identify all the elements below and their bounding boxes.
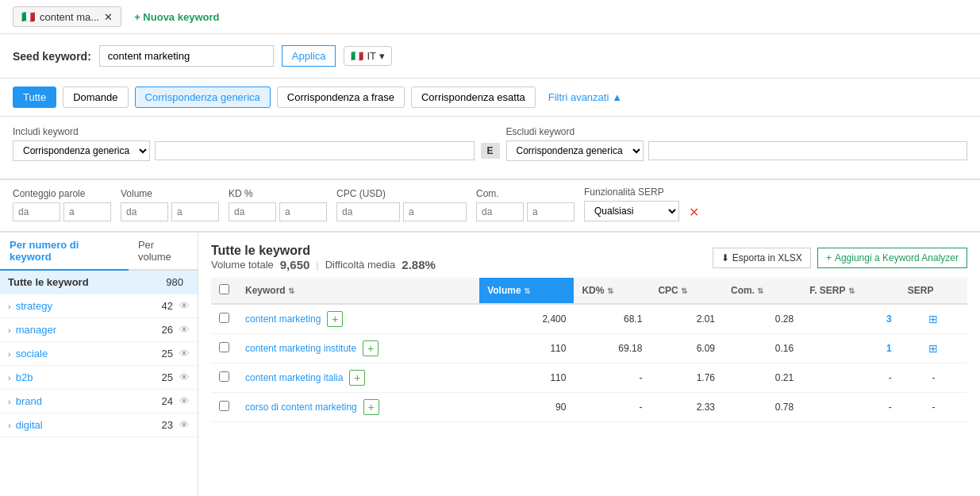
sidebar: Per numero di keyword Per volume Tutte l…: [0, 233, 198, 496]
export-xlsx-button[interactable]: ⬇ Esporta in XLSX: [713, 248, 811, 268]
row-serp: -: [900, 363, 967, 393]
add-to-analyzer-button[interactable]: + Aggiungi a Keyword Analyzer: [817, 248, 967, 268]
table-row: corso di content marketing + 90 - 2.33 0…: [211, 393, 967, 422]
row-kd: 68.1: [574, 304, 650, 334]
col-checkbox: [211, 278, 237, 304]
exclude-group: Escludi keyword Corrispondenza generica: [506, 126, 968, 161]
col-kd[interactable]: KD% ⇅: [574, 278, 650, 304]
add-keyword-button[interactable]: +: [327, 311, 343, 327]
com-from[interactable]: [476, 202, 524, 221]
seed-input[interactable]: [99, 45, 274, 67]
serp-icon[interactable]: ⊞: [928, 313, 938, 325]
chevron-icon: ›: [8, 373, 11, 383]
tab-exact-match[interactable]: Corrispondenza esatta: [411, 87, 536, 108]
row-checkbox-cell: [211, 304, 237, 334]
add-keyword-button[interactable]: +: [349, 370, 365, 386]
eye-icon[interactable]: 👁: [179, 300, 190, 312]
col-keyword[interactable]: Keyword ⇅: [237, 278, 479, 304]
col-cpc[interactable]: CPC ⇅: [650, 278, 723, 304]
cpc-from[interactable]: [336, 202, 400, 221]
volume-from[interactable]: [121, 202, 168, 221]
row-checkbox[interactable]: [219, 313, 229, 323]
eye-icon[interactable]: 👁: [179, 348, 190, 360]
tab-broad-match[interactable]: Corrispondenza generica: [135, 87, 271, 108]
seed-section: Seed keyword: Applica 🇮🇹 IT ▾: [0, 34, 980, 79]
tab-phrase-match[interactable]: Corrispondenza a frase: [277, 87, 405, 108]
sidebar-tab-by-count[interactable]: Per numero di keyword: [0, 233, 129, 271]
close-filters-button[interactable]: ✕: [689, 205, 699, 221]
volume-to[interactable]: [171, 202, 219, 221]
sidebar-digital-label: digital: [16, 419, 162, 431]
chevron-icon: ›: [8, 397, 11, 406]
sidebar-item-b2b[interactable]: › b2b 25 👁: [0, 366, 198, 390]
add-keyword-button[interactable]: +: [363, 340, 379, 356]
com-to[interactable]: [527, 202, 575, 221]
col-com[interactable]: Com. ⇅: [723, 278, 801, 304]
keyword-link[interactable]: corso di content marketing: [245, 402, 357, 413]
keyword-link[interactable]: content marketing italia: [245, 372, 343, 383]
word-count-label: Conteggio parole: [13, 188, 111, 199]
row-checkbox[interactable]: [219, 371, 229, 382]
sidebar-item-manager[interactable]: › manager 26 👁: [0, 318, 198, 342]
row-checkbox-cell: [211, 334, 237, 363]
col-volume[interactable]: Volume ⇅: [479, 278, 574, 304]
tab-all[interactable]: Tutte: [13, 87, 56, 108]
table-row: content marketing institute + 110 69.18 …: [211, 334, 967, 363]
exclude-match-select[interactable]: Corrispondenza generica: [506, 140, 644, 161]
exclude-keyword-input[interactable]: [648, 141, 968, 160]
sidebar-item-brand[interactable]: › brand 24 👁: [0, 390, 198, 413]
kd-from[interactable]: [229, 202, 276, 221]
keyword-link[interactable]: content marketing institute: [245, 343, 356, 354]
row-keyword: content marketing italia +: [237, 363, 479, 393]
main-content: Per numero di keyword Per volume Tutte l…: [0, 233, 980, 496]
word-count-filter: Conteggio parole: [13, 188, 111, 221]
country-code: IT: [367, 50, 376, 62]
include-exclude-row: Includi keyword Corrispondenza generica …: [13, 126, 967, 161]
current-tab[interactable]: 🇮🇹 content ma... ✕: [13, 6, 121, 27]
include-match-select[interactable]: Corrispondenza generica: [13, 140, 150, 161]
kd-to[interactable]: [279, 202, 327, 221]
sidebar-item-sociale[interactable]: › sociale 25 👁: [0, 342, 198, 366]
sidebar-tab-by-volume[interactable]: Per volume: [129, 233, 198, 271]
col-serp[interactable]: SERP: [900, 278, 967, 304]
sidebar-item-digital[interactable]: › digital 23 👁: [0, 413, 198, 437]
eye-icon[interactable]: 👁: [179, 419, 190, 431]
eye-icon[interactable]: 👁: [179, 324, 190, 336]
word-count-from[interactable]: [13, 202, 60, 221]
row-fserp: 1: [801, 334, 900, 363]
col-fserp[interactable]: F. SERP ⇅: [801, 278, 900, 304]
sidebar-sociale-count: 25: [162, 348, 173, 360]
sidebar-item-strategy[interactable]: › strategy 42 👁: [0, 294, 198, 318]
seed-label: Seed keyword:: [13, 50, 91, 63]
eye-icon[interactable]: 👁: [179, 371, 190, 383]
add-keyword-button[interactable]: +: [363, 399, 379, 415]
tab-questions[interactable]: Domande: [63, 87, 128, 108]
row-checkbox[interactable]: [219, 401, 229, 411]
serp-select[interactable]: Qualsiasi: [584, 201, 679, 221]
tab-label: content ma...: [40, 11, 99, 23]
advanced-filters-button[interactable]: Filtri avanzati ▲: [548, 91, 622, 103]
select-all-checkbox[interactable]: [219, 284, 229, 294]
new-keyword-button[interactable]: + Nuova keyword: [134, 11, 219, 23]
country-selector[interactable]: 🇮🇹 IT ▾: [344, 46, 392, 66]
apply-button[interactable]: Applica: [282, 45, 336, 67]
row-kd: -: [574, 393, 650, 422]
numeric-filters: Conteggio parole Volume KD % CPC (USD) C…: [0, 180, 980, 233]
row-checkbox-cell: [211, 393, 237, 422]
serp-icon[interactable]: ⊞: [928, 342, 938, 355]
chevron-icon: ›: [8, 302, 11, 311]
include-keyword-input[interactable]: [155, 141, 475, 160]
sidebar-item-all[interactable]: Tutte le keyword 980: [0, 271, 198, 294]
keyword-link[interactable]: content marketing: [245, 313, 321, 325]
row-cpc: 2.33: [650, 393, 723, 422]
row-serp: -: [900, 393, 967, 422]
word-count-to[interactable]: [63, 202, 111, 221]
row-volume: 90: [479, 393, 574, 422]
sort-icon: ⇅: [288, 286, 294, 295]
row-cpc: 2.01: [650, 304, 723, 334]
chevron-icon: ›: [8, 325, 11, 335]
cpc-to[interactable]: [403, 202, 467, 221]
row-checkbox[interactable]: [219, 342, 229, 352]
eye-icon[interactable]: 👁: [179, 395, 190, 407]
row-com: 0.16: [723, 334, 801, 363]
